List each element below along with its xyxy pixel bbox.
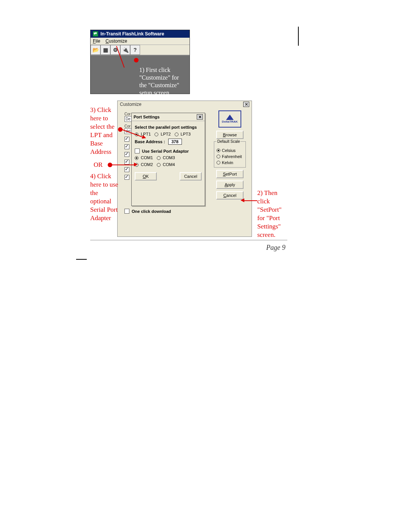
app-logo-icon [93, 31, 98, 37]
label-lpt2: LPT2 [161, 132, 170, 136]
customize-right-panel: DeltaTRAK Browse Default Scale Celsius F… [213, 110, 247, 202]
toolbar-grid-icon[interactable]: ▦ [100, 45, 110, 55]
callout-2-line [244, 200, 257, 201]
callout-3-text: 3) Click here to select the LPT and Base… [90, 106, 118, 157]
default-scale-fieldset: Default Scale Celsius Fahrenheit Kelvin [214, 141, 246, 168]
callout-1-dot [134, 58, 139, 62]
radio-com4[interactable] [157, 163, 161, 167]
port-cancel-button[interactable]: Cancel [180, 172, 202, 181]
label-celsius: Celsius [222, 148, 236, 153]
label-com4: COM4 [163, 162, 175, 167]
radio-com3[interactable] [157, 156, 161, 160]
port-settings-title: Port Settings [134, 115, 159, 119]
port-close-icon[interactable]: ✕ [197, 114, 203, 120]
close-icon[interactable]: ✕ [243, 102, 249, 107]
checkbox-5[interactable] [124, 167, 129, 172]
com-row-1: COM1 COM3 [135, 155, 202, 160]
deltatrak-triangle-icon [226, 115, 234, 120]
serial-adaptor-label: Use Serial Port Adaptor [142, 149, 189, 153]
client-area: 1) First click "Customize" for the "Cust… [91, 56, 190, 94]
toolbar-connect-icon[interactable]: 🔌 [120, 45, 130, 55]
header-divider [298, 27, 299, 46]
callout-1-text: 1) First click "Customize" for the "Cust… [139, 66, 186, 97]
callout-or-text: OR [94, 161, 103, 169]
port-subtitle: Select the parallel port settings [135, 125, 202, 129]
setport-button[interactable]: SetPort [216, 170, 244, 178]
one-click-row: One click download [124, 209, 171, 214]
port-settings-body: Select the parallel port settings LPT1 L… [132, 121, 205, 183]
callout-or-line [112, 165, 135, 165]
com-row-2: COM2 COM4 [135, 162, 202, 167]
serial-adaptor-checkbox[interactable] [135, 149, 140, 153]
footer-rule [90, 240, 287, 240]
deltatrak-logo: DeltaTRAK [218, 110, 241, 128]
label-kelvin: Kelvin [222, 160, 233, 165]
toolbar: 📂 ▦ ⚙ 🔌 ? [91, 45, 190, 56]
base-address-label: Base Address : [135, 139, 165, 144]
port-settings-dialog: Port Settings ✕ Select the parallel port… [131, 113, 205, 206]
callout-4-text: 4) Click here to use the optional Serial… [90, 172, 119, 223]
one-click-checkbox[interactable] [124, 209, 129, 214]
app-title: In-Transit FlashLink Software [100, 31, 164, 37]
radio-fahrenheit[interactable] [217, 155, 220, 158]
checkbox-3[interactable] [124, 152, 129, 157]
radio-celsius[interactable] [217, 149, 220, 152]
port-settings-titlebar: Port Settings ✕ [132, 113, 205, 121]
label-com3: COM3 [163, 155, 175, 160]
checkbox-4[interactable] [124, 160, 129, 165]
callout-or-arrow-icon [134, 163, 138, 166]
checkbox-2[interactable] [124, 144, 129, 149]
label-com1: COM1 [141, 155, 153, 160]
customize-title: Customize [120, 102, 142, 107]
one-click-label: One click download [132, 209, 171, 214]
menu-file[interactable]: File [93, 38, 100, 44]
small-rule [76, 259, 87, 260]
label-lpt3: LPT3 [181, 132, 191, 136]
browse-button[interactable]: Browse [216, 131, 244, 139]
checkbox-1[interactable] [124, 137, 129, 142]
menu-customize[interactable]: Customize [105, 38, 127, 44]
label-com2: COM2 [141, 162, 153, 167]
port-button-row: OK Cancel [135, 172, 202, 181]
toolbar-open-icon[interactable]: 📂 [91, 45, 100, 55]
label-fahrenheit: Fahrenheit [222, 154, 242, 159]
titlebar: In-Transit FlashLink Software [91, 30, 190, 38]
deltatrak-label: DeltaTRAK [222, 120, 238, 123]
radio-lpt2[interactable] [155, 133, 158, 136]
page-number: Page 9 [266, 244, 285, 252]
cancel-button[interactable]: Cancel [216, 191, 244, 200]
radio-lpt3[interactable] [175, 133, 178, 136]
radio-com1[interactable] [135, 156, 139, 160]
toolbar-help-icon[interactable]: ? [130, 45, 140, 55]
app-window: In-Transit FlashLink Software File Custo… [90, 30, 190, 94]
base-address-input[interactable]: 378 [168, 139, 182, 145]
menubar: File Customize [91, 38, 190, 45]
apply-button[interactable]: Apply [216, 181, 244, 189]
callout-2-text: 2) Then click "SetPort" for "Port Settin… [257, 189, 288, 240]
radio-kelvin[interactable] [217, 161, 220, 165]
customize-titlebar: Customize ✕ [118, 101, 252, 109]
default-scale-legend: Default Scale [217, 139, 241, 144]
checkbox-6[interactable] [124, 175, 129, 180]
serial-adaptor-row: Use Serial Port Adaptor [135, 149, 202, 153]
port-ok-button[interactable]: OK [135, 172, 157, 181]
callout-2-arrow-icon [241, 198, 244, 202]
